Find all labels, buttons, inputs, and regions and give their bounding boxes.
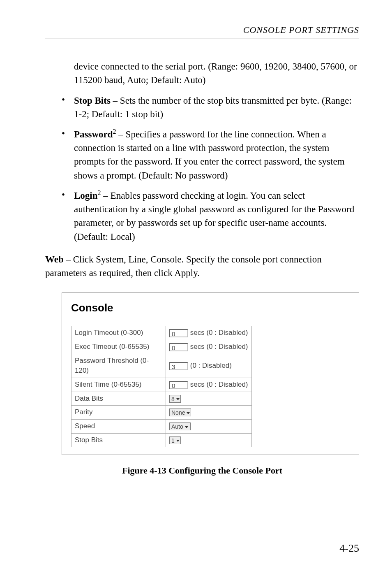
form-label: Password Threshold (0-120) bbox=[71, 354, 166, 378]
bullet-text: – Sets the number of the stop bits trans… bbox=[74, 95, 352, 119]
bullet-text: – Enables password checking at login. Yo… bbox=[74, 190, 354, 242]
continuation-paragraph: device connected to the serial port. (Ra… bbox=[74, 60, 359, 87]
bullet-sup: 2 bbox=[113, 128, 116, 135]
form-label: Speed bbox=[71, 419, 166, 433]
form-suffix: (0 : Disabled) bbox=[190, 362, 232, 369]
figure-rule bbox=[71, 319, 350, 319]
login-timeout-input[interactable]: 0 bbox=[169, 329, 188, 337]
web-text: – Click System, Line, Console. Specify t… bbox=[45, 254, 322, 278]
console-form-table: Login Timeout (0-300) 0 secs (0 : Disabl… bbox=[71, 326, 252, 447]
parity-select[interactable]: None bbox=[169, 409, 191, 416]
form-suffix: secs (0 : Disabled) bbox=[190, 343, 248, 350]
page-number: 4-25 bbox=[339, 542, 359, 555]
form-label: Silent Time (0-65535) bbox=[71, 378, 166, 392]
bullet-term: Login bbox=[74, 190, 98, 201]
form-control-cell: 0 secs (0 : Disabled) bbox=[166, 326, 252, 340]
form-row: Login Timeout (0-300) 0 secs (0 : Disabl… bbox=[71, 326, 252, 340]
bullet-item: Stop Bits – Sets the number of the stop … bbox=[62, 93, 359, 121]
form-control-cell: 3 (0 : Disabled) bbox=[166, 354, 252, 378]
stop-bits-select[interactable]: 1 bbox=[169, 436, 181, 444]
form-suffix: secs (0 : Disabled) bbox=[190, 381, 248, 388]
figure-title: Console bbox=[71, 300, 350, 316]
bullet-term: Stop Bits bbox=[74, 95, 111, 105]
form-control-cell: Auto bbox=[166, 419, 252, 433]
bullet-list: Stop Bits – Sets the number of the stop … bbox=[62, 93, 359, 244]
header-rule bbox=[45, 39, 359, 39]
form-row: Speed Auto bbox=[71, 419, 252, 433]
form-row: Password Threshold (0-120) 3 (0 : Disabl… bbox=[71, 354, 252, 378]
bullet-item: Password2 – Specifies a password for the… bbox=[62, 127, 359, 182]
form-control-cell: 0 secs (0 : Disabled) bbox=[166, 340, 252, 354]
web-paragraph: Web – Click System, Line, Console. Speci… bbox=[45, 253, 359, 280]
data-bits-select[interactable]: 8 bbox=[169, 395, 181, 403]
form-row: Stop Bits 1 bbox=[71, 433, 252, 447]
bullet-term: Password bbox=[74, 129, 113, 139]
form-label: Parity bbox=[71, 406, 166, 420]
form-label: Login Timeout (0-300) bbox=[71, 326, 166, 340]
form-control-cell: 1 bbox=[166, 433, 252, 447]
figure-caption: Figure 4-13 Configuring the Console Port bbox=[45, 464, 359, 477]
form-label: Stop Bits bbox=[71, 433, 166, 447]
form-row: Parity None bbox=[71, 406, 252, 420]
form-control-cell: 8 bbox=[166, 392, 252, 406]
form-suffix: secs (0 : Disabled) bbox=[190, 329, 248, 337]
form-label: Exec Timeout (0-65535) bbox=[71, 340, 166, 354]
form-row: Silent Time (0-65535) 0 secs (0 : Disabl… bbox=[71, 378, 252, 392]
web-lead: Web bbox=[45, 254, 64, 265]
bullet-text: – Specifies a password for the line conn… bbox=[74, 129, 345, 181]
speed-select[interactable]: Auto bbox=[169, 422, 191, 430]
form-control-cell: 0 secs (0 : Disabled) bbox=[166, 378, 252, 392]
running-head: CONSOLE PORT SETTINGS bbox=[45, 25, 359, 35]
form-row: Data Bits 8 bbox=[71, 392, 252, 406]
password-threshold-input[interactable]: 3 bbox=[169, 362, 188, 370]
form-row: Exec Timeout (0-65535) 0 secs (0 : Disab… bbox=[71, 340, 252, 354]
silent-time-input[interactable]: 0 bbox=[169, 381, 188, 389]
console-figure: Console Login Timeout (0-300) 0 secs (0 … bbox=[62, 292, 359, 455]
bullet-item: Login2 – Enables password checking at lo… bbox=[62, 188, 359, 244]
exec-timeout-input[interactable]: 0 bbox=[169, 343, 188, 351]
bullet-sup: 2 bbox=[98, 189, 101, 196]
form-label: Data Bits bbox=[71, 392, 166, 406]
form-control-cell: None bbox=[166, 406, 252, 420]
